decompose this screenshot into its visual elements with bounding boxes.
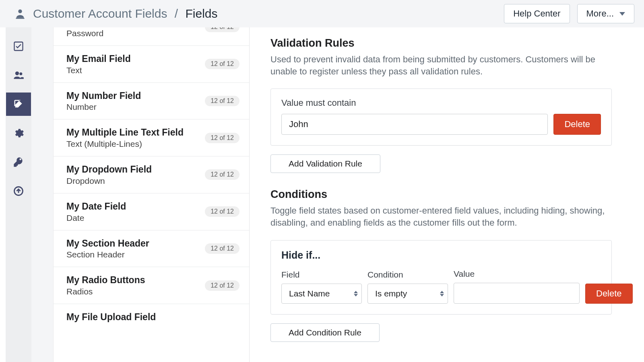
conditions-section: Conditions Toggle field states based on … xyxy=(270,188,612,341)
chevron-down-icon xyxy=(619,12,625,16)
list-item[interactable]: My File Upload Field xyxy=(54,304,249,331)
usage-badge: 12 of 12 xyxy=(205,27,239,32)
field-type: Text xyxy=(66,66,205,75)
validation-section: Validation Rules Used to prevent invalid… xyxy=(270,37,612,173)
usage-badge: 12 of 12 xyxy=(205,59,239,69)
condition-value-input[interactable] xyxy=(454,283,580,304)
nav-rail xyxy=(0,27,31,362)
condition-col-value-label: Value xyxy=(454,269,580,279)
field-name: My Section Header xyxy=(66,238,205,249)
more-label: More... xyxy=(586,8,614,19)
condition-rule-card: Hide if... Field Condition xyxy=(270,240,612,315)
list-item[interactable]: My Email Field Text 12 of 12 xyxy=(54,46,249,83)
condition-col-field-label: Field xyxy=(281,270,362,280)
svg-point-0 xyxy=(18,10,22,13)
field-name: My Dropdown Field xyxy=(66,164,205,175)
condition-hide-title: Hide if... xyxy=(281,249,601,261)
right-edge xyxy=(633,27,644,362)
conditions-title: Conditions xyxy=(270,188,612,201)
topbar-right: Help Center More... xyxy=(504,4,634,23)
breadcrumb-app[interactable]: Customer Account Fields xyxy=(33,7,167,20)
field-type: Number xyxy=(66,102,205,112)
add-validation-rule-button[interactable]: Add Validation Rule xyxy=(270,154,380,173)
field-name: My Radio Buttons xyxy=(66,274,205,286)
breadcrumb-current: Fields xyxy=(186,7,218,20)
list-item[interactable]: My Dropdown Field Dropdown 12 of 12 xyxy=(54,156,249,193)
fields-list-panel: Password Password 12 of 12 My Email Fiel… xyxy=(53,27,250,362)
delete-condition-rule-button[interactable]: Delete xyxy=(585,284,633,304)
breadcrumb: Customer Account Fields / Fields xyxy=(33,7,218,21)
svg-rect-1 xyxy=(16,18,25,19)
condition-operator-select[interactable] xyxy=(367,284,448,304)
usage-badge: 12 of 12 xyxy=(205,280,239,291)
rail-item-fields[interactable] xyxy=(6,93,31,116)
help-center-button[interactable]: Help Center xyxy=(504,4,570,23)
validation-desc: Used to prevent invalid data from being … xyxy=(270,53,612,77)
usage-badge: 12 of 12 xyxy=(205,243,239,254)
field-type: Dropdown xyxy=(66,176,205,186)
validation-rule-label: Value must contain xyxy=(281,98,601,108)
field-type: Section Header xyxy=(66,250,205,259)
field-name: My Email Field xyxy=(66,53,205,65)
field-name: Password xyxy=(66,27,205,28)
field-name: My Multiple Line Text Field xyxy=(66,127,205,138)
validation-title: Validation Rules xyxy=(270,37,612,49)
usage-badge: 12 of 12 xyxy=(205,96,239,106)
usage-badge: 12 of 12 xyxy=(205,133,239,143)
svg-point-3 xyxy=(15,72,19,75)
validation-rule-card: Value must contain Delete xyxy=(270,88,612,146)
person-icon xyxy=(14,8,26,19)
field-name: My File Upload Field xyxy=(66,311,239,323)
conditions-desc: Toggle field states based on customer-en… xyxy=(270,205,612,228)
field-type: Text (Multiple-Lines) xyxy=(66,139,205,149)
delete-validation-rule-button[interactable]: Delete xyxy=(553,114,601,135)
breadcrumb-separator: / xyxy=(175,7,178,20)
rail-item-settings[interactable] xyxy=(6,121,31,145)
add-condition-rule-button[interactable]: Add Condition Rule xyxy=(270,323,380,342)
topbar-left: Customer Account Fields / Fields xyxy=(14,7,218,21)
more-button[interactable]: More... xyxy=(577,4,634,23)
topbar: Customer Account Fields / Fields Help Ce… xyxy=(0,0,644,27)
field-type: Radios xyxy=(66,287,205,296)
list-item[interactable]: My Multiple Line Text Field Text (Multip… xyxy=(54,119,249,156)
condition-col-condition-label: Condition xyxy=(367,270,448,280)
rail-item-customers[interactable] xyxy=(6,64,31,87)
condition-field-select[interactable] xyxy=(281,284,362,304)
list-item[interactable]: My Number Field Number 12 of 12 xyxy=(54,83,249,120)
rail-item-upload[interactable] xyxy=(6,179,31,203)
list-item[interactable]: Password Password 12 of 12 xyxy=(54,27,249,46)
help-center-label: Help Center xyxy=(513,8,560,19)
usage-badge: 12 of 12 xyxy=(205,206,239,217)
main-content: Validation Rules Used to prevent invalid… xyxy=(250,27,633,362)
layout: Password Password 12 of 12 My Email Fiel… xyxy=(0,27,644,362)
svg-point-4 xyxy=(19,72,22,75)
field-type: Password xyxy=(66,29,205,38)
validation-rule-input[interactable] xyxy=(281,114,548,135)
field-name: My Date Field xyxy=(66,201,205,212)
field-type: Date xyxy=(66,213,205,223)
list-item[interactable]: My Date Field Date 12 of 12 xyxy=(54,193,249,230)
rail-item-approvals[interactable] xyxy=(6,35,31,58)
list-item[interactable]: My Radio Buttons Radios 12 of 12 xyxy=(54,267,249,304)
field-name: My Number Field xyxy=(66,90,205,102)
list-item[interactable]: My Section Header Section Header 12 of 1… xyxy=(54,230,249,267)
rail-item-keys[interactable] xyxy=(6,150,31,174)
usage-badge: 12 of 12 xyxy=(205,169,239,180)
